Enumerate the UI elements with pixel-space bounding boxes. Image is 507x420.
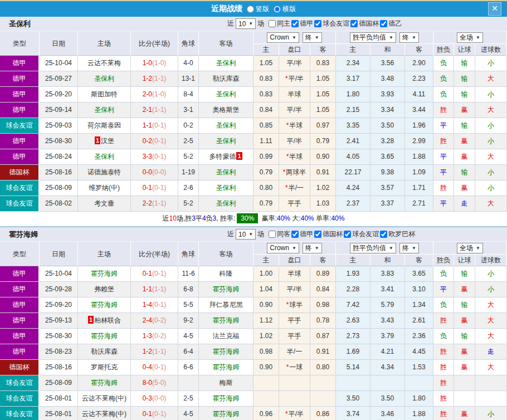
asian-final-select[interactable]: 终▼: [303, 32, 322, 43]
table-header: 类型日期主场比分(半场)角球客场Crown▼终▼胜平负均值▼终▼全场▼主盘口客主…: [0, 31, 507, 56]
league-checkbox-1[interactable]: [314, 231, 321, 238]
date-cell: 25-09-13: [40, 313, 78, 328]
europe-away-odds: 3.44: [405, 102, 433, 118]
handicap-cell: *平/半: [279, 71, 310, 86]
league-tag: 德甲: [0, 87, 38, 102]
away-team-cell: 圣保利: [199, 196, 254, 211]
europe-draw-odds: [370, 375, 405, 390]
match-row: 德国杯25-08-16罗斯托克0-4(0-1)6-6霍芬海姆0.90*一球0.8…: [0, 360, 507, 375]
date-cell: 25-10-04: [40, 266, 78, 281]
handicap-cell: 半/一: [279, 344, 310, 359]
match-row: 德甲25-09-20斯图加特2-0(1-0)8-4圣保利0.83半球1.051.…: [0, 87, 507, 102]
result-handicap-cell: 输: [454, 118, 475, 133]
summary-text: 3: [192, 214, 196, 222]
layout-vertical-radio[interactable]: [247, 6, 254, 13]
recent-count-select[interactable]: 10▼: [236, 229, 256, 240]
type-cell: 德甲: [0, 282, 40, 297]
home-team-name: 圣保利: [94, 75, 114, 82]
handicap-star: *: [286, 153, 289, 160]
europe-home-odds: 1.93: [336, 266, 370, 281]
same-venue-checkbox[interactable]: [269, 20, 276, 27]
column-subheader: 胜负: [433, 255, 454, 266]
europe-away-odds: 1.09: [405, 165, 433, 180]
europe-home-odds: 2.28: [336, 282, 370, 297]
crown-home-odds: 1.05: [254, 56, 279, 71]
scope-select[interactable]: 全场▼: [457, 243, 483, 253]
bookmaker-select-value: Crown: [270, 244, 289, 252]
europe-home-odds: 2.63: [336, 313, 370, 328]
column-subheader: 让球: [454, 44, 475, 56]
corners-cell: 4-5: [178, 407, 199, 420]
europe-away-odds: 2.90: [405, 56, 433, 71]
halftime-score: (0-1): [152, 363, 166, 371]
league-checkbox-3[interactable]: [380, 231, 387, 238]
result-handicap-cell: 赢: [454, 149, 475, 164]
league-tag: 德国杯: [0, 360, 38, 375]
layout-horizontal-radio[interactable]: [274, 6, 281, 13]
result-goals-cell: 大: [475, 149, 507, 164]
recent-count-select[interactable]: 10▼: [236, 18, 256, 29]
league-checkbox-1[interactable]: [314, 20, 321, 27]
europe-odds-select[interactable]: 胜平负均值▼: [350, 243, 396, 253]
home-team-cell: 云达不莱梅(中): [78, 391, 131, 406]
handicap-cell: 平手: [279, 313, 310, 328]
asian-final-select[interactable]: 终▼: [303, 243, 322, 253]
column-header: 客场: [199, 31, 254, 56]
away-team-cell: 霍芬海姆: [199, 360, 254, 375]
layout-vertical-option[interactable]: 竖版: [247, 4, 269, 14]
europe-odds-select-value: 胜平负均值: [353, 33, 386, 42]
europe-home-odds: 4.05: [336, 149, 370, 164]
league-tag: 球会友谊: [0, 391, 38, 406]
dropdown-arrow-icon: ▼: [292, 246, 296, 251]
europe-odds-select[interactable]: 胜平负均值▼: [350, 32, 396, 43]
europe-draw-odds: 3.65: [370, 149, 405, 164]
corners-cell: 3-1: [178, 102, 199, 118]
dropdown-arrow-icon: ▼: [292, 35, 296, 40]
layout-horizontal-option[interactable]: 横版: [274, 4, 296, 14]
column-subheader: 盘口: [279, 44, 310, 56]
fulltime-score: 0-1: [143, 270, 152, 277]
match-table-body: 德甲25-10-04霍芬海姆0-1(0-1)11-6科隆1.00半球0.891.…: [0, 266, 507, 420]
crown-home-odds: 1.11: [254, 134, 279, 149]
result-goals-cell: 小: [475, 282, 507, 297]
away-team-cell: 霍芬海姆: [199, 282, 254, 297]
layout-horizontal-label: 横版: [282, 4, 296, 14]
bookmaker-select[interactable]: Crown▼: [267, 32, 299, 43]
odds-header-group: Crown▼终▼胜平负均值▼终▼全场▼主盘口客主和客胜负让球进球数: [254, 31, 507, 55]
handicap-cell: 平/半: [279, 134, 310, 149]
date-cell: 25-08-09: [40, 375, 78, 390]
asian-final-select-value: 终: [305, 243, 312, 253]
league-checkbox-0[interactable]: [291, 231, 299, 238]
europe-away-odds: 2.71: [405, 196, 433, 211]
crown-home-odds: 0.98: [254, 344, 279, 359]
score-cell: 0-1(0-1): [131, 266, 178, 281]
column-header: 类型: [0, 242, 40, 266]
same-venue-checkbox[interactable]: [269, 231, 276, 238]
crown-away-odds: 0.91: [310, 344, 336, 359]
europe-final-select[interactable]: 终▼: [399, 32, 419, 43]
bookmaker-select[interactable]: Crown▼: [267, 243, 299, 253]
league-checkbox-2[interactable]: [344, 231, 351, 238]
halftime-score: (0-1): [152, 410, 166, 418]
scope-select-value: 全场: [460, 243, 473, 253]
home-team-cell: 荷尔斯泰因: [78, 118, 131, 133]
league-tag: 德甲: [0, 149, 38, 164]
type-cell: 德甲: [0, 313, 40, 328]
home-team-name: 汉堡: [101, 137, 114, 145]
scope-select[interactable]: 全场▼: [457, 32, 483, 43]
europe-away-odds: 3.10: [405, 282, 433, 297]
halftime-score: (1-1): [152, 348, 166, 355]
summary-text: 40%: [331, 214, 344, 222]
result-handicap-cell: 输: [454, 56, 475, 71]
europe-draw-odds: 3.57: [370, 180, 405, 196]
europe-draw-odds: 4.21: [370, 344, 405, 359]
away-team-cell: 勒沃库森: [199, 71, 254, 86]
league-tag: 德甲: [0, 297, 38, 312]
league-checkbox-2[interactable]: [350, 20, 358, 27]
europe-final-select[interactable]: 终▼: [399, 243, 419, 253]
league-checkbox-3[interactable]: [380, 20, 387, 27]
close-icon[interactable]: ✕: [488, 2, 501, 16]
league-checkbox-0[interactable]: [291, 20, 299, 27]
result-goals-cell: 走: [475, 344, 507, 359]
handicap-star: *: [286, 301, 289, 309]
